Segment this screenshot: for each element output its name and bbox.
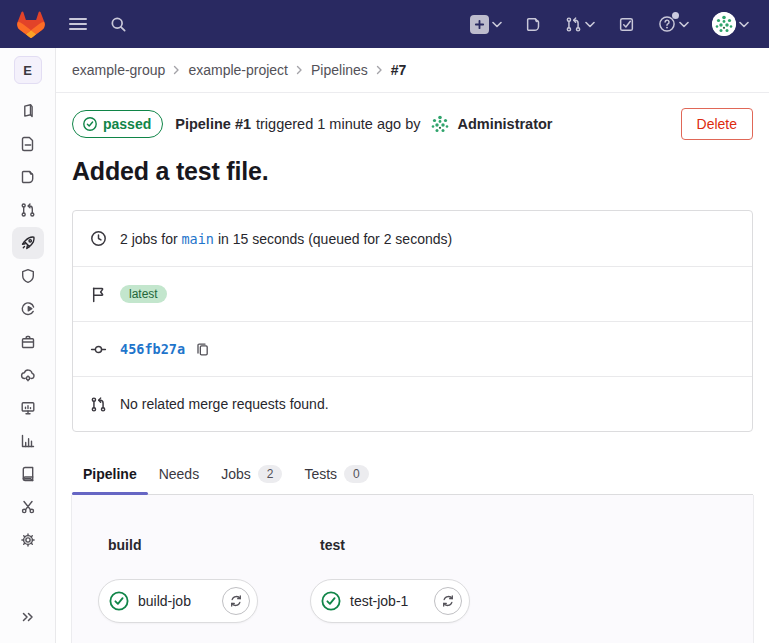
issues-icon bbox=[20, 169, 36, 185]
breadcrumb-project-link[interactable]: example-project bbox=[188, 62, 288, 78]
author-name[interactable]: Administrator bbox=[457, 116, 552, 132]
jobs-count-text: 2 jobs for bbox=[120, 231, 178, 247]
sidebar-item-wiki[interactable] bbox=[12, 457, 44, 490]
chevron-right-icon bbox=[376, 65, 383, 75]
delete-pipeline-button[interactable]: Delete bbox=[681, 108, 753, 140]
pipeline-summary-card: 2 jobs for main in 15 seconds (queued fo… bbox=[72, 210, 753, 432]
sidebar-item-issues[interactable] bbox=[12, 160, 44, 193]
sidebar-item-security[interactable] bbox=[12, 259, 44, 292]
search-button[interactable] bbox=[106, 12, 131, 37]
sidebar-item-packages[interactable] bbox=[12, 325, 44, 358]
pipeline-tabs: Pipeline Needs Jobs2 Tests0 bbox=[72, 456, 753, 495]
merge-request-icon bbox=[90, 396, 107, 413]
cloud-gear-icon bbox=[20, 367, 36, 383]
chevron-double-right-icon bbox=[20, 609, 36, 625]
latest-badge-row: latest bbox=[73, 266, 752, 321]
sidebar-item-project[interactable] bbox=[12, 94, 44, 127]
issues-icon bbox=[525, 16, 542, 33]
job-build-job[interactable]: build-job bbox=[98, 579, 258, 623]
no-merge-requests-text: No related merge requests found. bbox=[120, 396, 329, 412]
breadcrumb-pipelines-link[interactable]: Pipelines bbox=[311, 62, 368, 78]
tab-needs[interactable]: Needs bbox=[148, 456, 210, 494]
breadcrumb-current: #7 bbox=[391, 62, 407, 78]
navbar-left bbox=[16, 9, 131, 39]
branch-link[interactable]: main bbox=[181, 231, 214, 247]
main-content: example-group example-project Pipelines … bbox=[56, 48, 769, 643]
tab-jobs[interactable]: Jobs2 bbox=[210, 456, 293, 494]
stage-name: test bbox=[320, 537, 522, 553]
sidebar-item-monitor[interactable] bbox=[12, 391, 44, 424]
sidebar-item-merge-requests[interactable] bbox=[12, 193, 44, 226]
sidebar-item-plan[interactable] bbox=[12, 127, 44, 160]
gear-icon bbox=[20, 532, 36, 548]
tab-label: Jobs bbox=[221, 466, 251, 482]
commit-row: 456fb27a bbox=[73, 321, 752, 376]
commit-icon bbox=[90, 341, 107, 358]
flag-icon bbox=[90, 286, 107, 303]
stage-name: build bbox=[108, 537, 310, 553]
merge-requests-nav-button[interactable] bbox=[561, 12, 599, 37]
help-menu-button[interactable] bbox=[654, 11, 693, 37]
gitlab-logo-icon[interactable] bbox=[16, 9, 46, 39]
tab-tests[interactable]: Tests0 bbox=[293, 456, 379, 494]
sidebar-item-operate[interactable] bbox=[12, 358, 44, 391]
job-name: test-job-1 bbox=[350, 593, 408, 609]
pipeline-name: Pipeline #1 bbox=[175, 116, 251, 132]
merge-request-row: No related merge requests found. bbox=[73, 376, 752, 431]
tab-label: Pipeline bbox=[83, 466, 137, 482]
sidebar-item-analyze[interactable] bbox=[12, 424, 44, 457]
rocket-icon bbox=[20, 235, 36, 251]
pipeline-trigger-info: Pipeline #1 triggered 1 minute ago by Ad… bbox=[175, 112, 552, 136]
chevron-down-icon bbox=[492, 21, 502, 28]
todos-button[interactable] bbox=[614, 12, 639, 37]
chevron-down-icon bbox=[739, 21, 749, 28]
retry-job-button[interactable] bbox=[434, 587, 462, 615]
pipeline-status-badge[interactable]: passed bbox=[72, 110, 163, 138]
latest-badge: latest bbox=[120, 285, 167, 303]
duration-text: in 15 seconds (queued for 2 seconds) bbox=[218, 231, 452, 247]
plus-icon bbox=[470, 15, 489, 34]
issues-nav-button[interactable] bbox=[521, 12, 546, 37]
retry-job-button[interactable] bbox=[222, 587, 250, 615]
project-sidebar: E bbox=[0, 48, 56, 643]
check-circle-icon bbox=[82, 116, 98, 132]
trigger-text: triggered 1 minute ago by bbox=[256, 116, 420, 132]
copy-commit-sha-button[interactable] bbox=[193, 340, 212, 359]
todo-check-icon bbox=[618, 16, 635, 33]
copy-icon bbox=[195, 342, 210, 357]
commit-title: Added a test file. bbox=[72, 157, 753, 186]
book-icon bbox=[20, 466, 36, 482]
breadcrumb: example-group example-project Pipelines … bbox=[56, 48, 769, 93]
hamburger-menu-button[interactable] bbox=[64, 12, 92, 36]
sidebar-expand-button[interactable] bbox=[20, 609, 36, 643]
notification-dot bbox=[672, 12, 679, 19]
scissors-icon bbox=[20, 499, 36, 515]
search-icon bbox=[110, 16, 127, 33]
breadcrumb-group-link[interactable]: example-group bbox=[72, 62, 165, 78]
top-navbar bbox=[0, 0, 769, 48]
package-icon bbox=[20, 334, 36, 350]
clock-icon bbox=[90, 230, 107, 247]
sidebar-item-deployments[interactable] bbox=[12, 292, 44, 325]
status-passed-icon bbox=[108, 590, 130, 612]
tab-pipeline[interactable]: Pipeline bbox=[72, 456, 148, 494]
chevron-right-icon bbox=[296, 65, 303, 75]
project-avatar[interactable]: E bbox=[14, 56, 42, 84]
retry-icon bbox=[441, 594, 455, 608]
tab-label: Needs bbox=[159, 466, 199, 482]
project-icon bbox=[20, 103, 36, 119]
jobs-count-badge: 2 bbox=[258, 465, 283, 483]
job-name: build-job bbox=[138, 593, 191, 609]
sidebar-item-ci-cd[interactable] bbox=[12, 227, 44, 259]
chevron-down-icon bbox=[679, 21, 689, 28]
new-menu-button[interactable] bbox=[466, 11, 506, 38]
gitlab-app: E example-group example-proj bbox=[0, 0, 769, 643]
commit-sha-link[interactable]: 456fb27a bbox=[120, 341, 185, 357]
user-avatar bbox=[712, 12, 736, 36]
sidebar-item-settings[interactable] bbox=[12, 523, 44, 556]
author-avatar[interactable] bbox=[428, 112, 452, 136]
sidebar-item-snippets[interactable] bbox=[12, 490, 44, 523]
user-menu-button[interactable] bbox=[708, 8, 753, 40]
jobs-summary-row: 2 jobs for main in 15 seconds (queued fo… bbox=[73, 211, 752, 266]
job-test-job-1[interactable]: test-job-1 bbox=[310, 579, 470, 623]
